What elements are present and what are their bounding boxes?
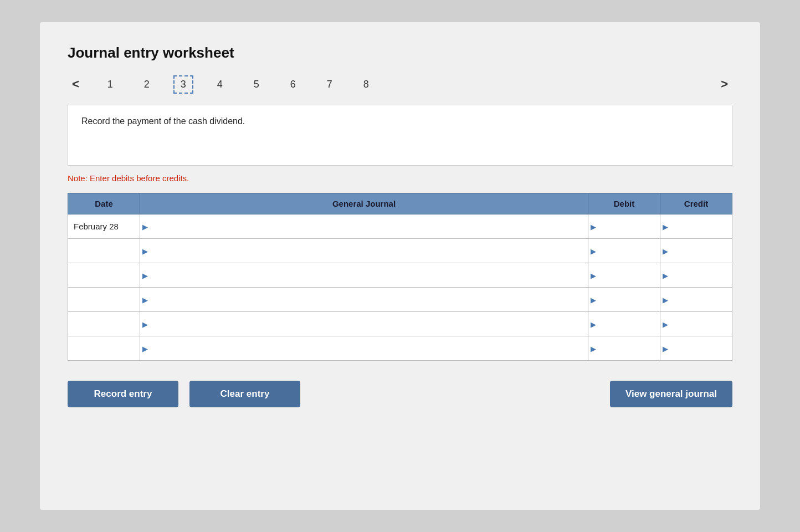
debit-arrow-icon-0: ▶ [591,222,596,231]
debit-input-1[interactable] [588,239,660,263]
credit-cell-3[interactable]: ▶ [660,288,732,312]
journal-input-0[interactable] [140,214,588,238]
journal-input-1[interactable] [140,239,588,263]
debit-cell-4[interactable]: ▶ [588,312,660,336]
credit-input-0[interactable] [660,214,732,238]
credit-arrow-icon-4: ▶ [663,320,668,328]
page-title: Journal entry worksheet [68,44,732,62]
credit-input-3[interactable] [660,288,732,311]
pagination-item-7[interactable]: 7 [320,76,340,93]
credit-input-1[interactable] [660,239,732,263]
credit-cell-2[interactable]: ▶ [660,263,732,288]
date-cell-2 [68,263,140,288]
debit-arrow-icon-3: ▶ [591,295,596,304]
note-text: Note: Enter debits before credits. [68,173,732,183]
debit-input-3[interactable] [588,288,660,311]
debit-arrow-icon-4: ▶ [591,320,596,328]
table-row: ▶▶▶ [68,312,732,336]
header-credit: Credit [660,193,732,214]
debit-cell-0[interactable]: ▶ [588,214,660,239]
journal-arrow-icon-5: ▶ [142,344,148,352]
view-general-journal-button[interactable]: View general journal [610,381,732,407]
debit-cell-2[interactable]: ▶ [588,263,660,288]
credit-arrow-icon-5: ▶ [663,344,668,352]
credit-cell-5[interactable]: ▶ [660,336,732,361]
credit-arrow-icon-1: ▶ [663,247,668,255]
debit-cell-3[interactable]: ▶ [588,288,660,312]
journal-arrow-icon-2: ▶ [142,271,148,279]
debit-cell-5[interactable]: ▶ [588,336,660,361]
table-row: ▶▶▶ [68,288,732,312]
journal-cell-5[interactable]: ▶ [140,336,588,361]
journal-cell-4[interactable]: ▶ [140,312,588,336]
pagination-item-4[interactable]: 4 [210,76,230,93]
header-general-journal: General Journal [140,193,588,214]
date-cell-1 [68,239,140,263]
pagination-prev[interactable]: < [68,75,84,94]
journal-arrow-icon-4: ▶ [142,320,148,328]
date-cell-3 [68,288,140,312]
debit-input-0[interactable] [588,214,660,238]
credit-cell-1[interactable]: ▶ [660,239,732,263]
credit-arrow-icon-2: ▶ [663,271,668,279]
debit-arrow-icon-5: ▶ [591,344,596,352]
journal-arrow-icon-0: ▶ [142,222,148,231]
journal-input-5[interactable] [140,336,588,360]
pagination-item-1[interactable]: 1 [100,76,120,93]
table-row: ▶▶▶ [68,336,732,361]
table-row: February 28▶▶▶ [68,214,732,239]
date-cell-4 [68,312,140,336]
instruction-text: Record the payment of the cash dividend. [81,116,245,126]
instruction-box: Record the payment of the cash dividend. [68,105,732,166]
header-debit: Debit [588,193,660,214]
header-date: Date [68,193,140,214]
pagination-item-6[interactable]: 6 [283,76,303,93]
journal-input-3[interactable] [140,288,588,311]
date-cell-5 [68,336,140,361]
journal-input-4[interactable] [140,312,588,336]
pagination-next[interactable]: > [716,75,732,94]
journal-cell-3[interactable]: ▶ [140,288,588,312]
debit-input-4[interactable] [588,312,660,336]
date-cell-0: February 28 [68,214,140,239]
debit-input-2[interactable] [588,263,660,287]
debit-cell-1[interactable]: ▶ [588,239,660,263]
pagination: < 1 2 3 4 5 6 7 8 > [68,75,732,94]
credit-arrow-icon-0: ▶ [663,222,668,231]
clear-entry-button[interactable]: Clear entry [189,381,300,407]
debit-arrow-icon-2: ▶ [591,271,596,279]
credit-cell-4[interactable]: ▶ [660,312,732,336]
record-entry-button[interactable]: Record entry [68,381,178,407]
journal-arrow-icon-1: ▶ [142,247,148,255]
credit-input-2[interactable] [660,263,732,287]
table-row: ▶▶▶ [68,239,732,263]
main-container: Journal entry worksheet < 1 2 3 4 5 6 7 … [40,22,760,510]
pagination-item-5[interactable]: 5 [247,76,266,93]
credit-arrow-icon-3: ▶ [663,295,668,304]
journal-cell-2[interactable]: ▶ [140,263,588,288]
buttons-row: Record entry Clear entry View general jo… [68,381,732,407]
journal-arrow-icon-3: ▶ [142,295,148,304]
credit-input-4[interactable] [660,312,732,336]
debit-input-5[interactable] [588,336,660,360]
journal-table: Date General Journal Debit Credit Februa… [68,193,732,361]
credit-cell-0[interactable]: ▶ [660,214,732,239]
table-row: ▶▶▶ [68,263,732,288]
pagination-item-8[interactable]: 8 [356,76,376,93]
journal-input-2[interactable] [140,263,588,287]
debit-arrow-icon-1: ▶ [591,247,596,255]
pagination-item-2[interactable]: 2 [137,76,157,93]
pagination-item-3[interactable]: 3 [173,75,193,94]
journal-cell-1[interactable]: ▶ [140,239,588,263]
journal-cell-0[interactable]: ▶ [140,214,588,239]
credit-input-5[interactable] [660,336,732,360]
